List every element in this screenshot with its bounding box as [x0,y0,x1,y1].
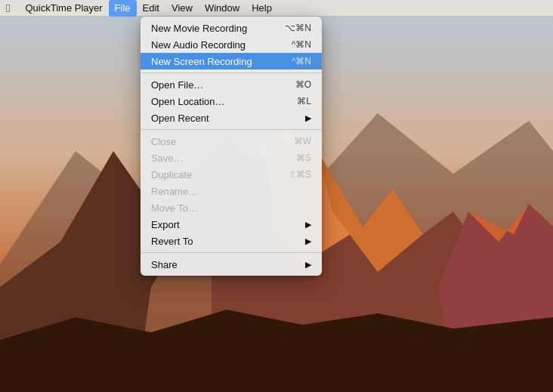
menu-item-open-recent[interactable]: Open Recent ▶ [141,110,322,126]
menu-item-duplicate: Duplicate ⇧⌘S [141,166,322,183]
menu-item-new-audio-recording-shortcut: ^⌘N [292,39,311,50]
separator-1 [141,73,322,73]
separator-2 [141,129,322,130]
menubar-item-edit[interactable]: Edit [137,0,165,17]
apple-menu-item[interactable]:  [6,2,10,14]
menu-item-save-shortcut: ⌘S [296,153,311,163]
menu-item-close: Close ⌘W [141,133,322,150]
menu-item-new-screen-recording[interactable]: New Screen Recording ^⌘N [141,53,322,69]
menu-item-close-shortcut: ⌘W [294,136,311,147]
menu-item-new-movie-recording-label: New Movie Recording [151,23,270,34]
menubar-item-window[interactable]: Window [199,0,246,17]
menu-item-open-recent-label: Open Recent [151,113,299,124]
menu-item-open-file[interactable]: Open File… ⌘O [141,76,322,93]
menubar-item-view[interactable]: View [165,0,199,17]
menu-item-move-to-label: Move To… [151,202,311,214]
menu-item-revert-to-label: Revert To [151,236,299,247]
menu-item-new-movie-recording-shortcut: ⌥⌘N [285,23,311,33]
menubar-item-help[interactable]: Help [246,0,278,17]
revert-to-arrow-icon: ▶ [305,236,311,246]
menu-item-rename-label: Rename… [151,186,311,197]
menu-item-new-movie-recording[interactable]: New Movie Recording ⌥⌘N [141,20,322,36]
file-menu-dropdown: New Movie Recording ⌥⌘N New Audio Record… [141,17,322,276]
menu-item-open-file-shortcut: ⌘O [295,79,311,90]
menu-item-open-file-label: Open File… [151,79,280,91]
menu-item-share[interactable]: Share ▶ [141,256,322,273]
menubar-item-quicktime[interactable]: QuickTime Player [19,0,108,17]
menu-item-new-screen-recording-shortcut: ^⌘N [292,56,311,66]
menu-item-open-location-label: Open Location… [151,96,282,107]
menu-item-open-location[interactable]: Open Location… ⌘L [141,93,322,110]
share-arrow-icon: ▶ [305,260,311,270]
menu-item-rename: Rename… [141,183,322,199]
menu-item-share-label: Share [151,259,299,270]
menu-item-new-audio-recording[interactable]: New Audio Recording ^⌘N [141,36,322,53]
menu-item-save: Save… ⌘S [141,150,322,166]
menu-item-save-label: Save… [151,153,281,164]
menubar:  QuickTime Player File Edit View Window… [0,0,553,17]
menu-item-open-location-shortcut: ⌘L [297,96,311,106]
export-arrow-icon: ▶ [305,220,311,230]
menu-item-close-label: Close [151,136,279,147]
menubar-item-file[interactable]: File [109,0,137,17]
menu-item-export-label: Export [151,219,299,230]
menu-item-export[interactable]: Export ▶ [141,216,322,233]
menu-item-revert-to[interactable]: Revert To ▶ [141,233,322,249]
menu-item-move-to: Move To… [141,199,322,216]
menu-item-new-screen-recording-label: New Screen Recording [151,56,276,67]
open-recent-arrow-icon: ▶ [305,113,311,123]
menu-item-new-audio-recording-label: New Audio Recording [151,39,276,51]
menu-item-duplicate-label: Duplicate [151,169,273,181]
separator-3 [141,252,322,253]
menu-item-duplicate-shortcut: ⇧⌘S [289,169,311,180]
